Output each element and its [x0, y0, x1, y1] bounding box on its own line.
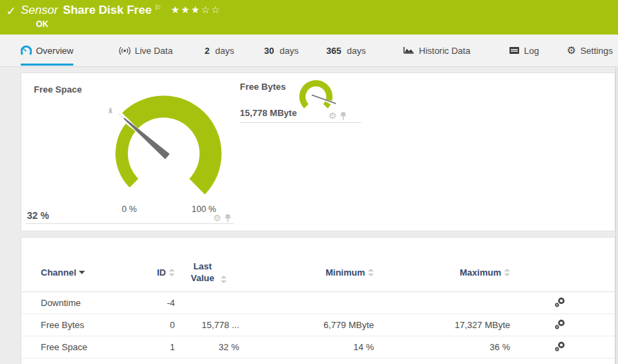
channel-name: Downtime	[41, 298, 131, 308]
channel-settings-icon[interactable]	[554, 319, 565, 330]
tab-365-days[interactable]: 365 days	[326, 35, 366, 66]
gauge-value: 15,778 MByte	[240, 108, 297, 118]
channel-id: 0	[131, 320, 175, 330]
channel-minimum: 14 %	[239, 342, 374, 352]
channel-maximum: 36 %	[374, 342, 510, 352]
channel-table-panel: Channel ID Last Value Minimum Maximum	[21, 237, 615, 364]
tab-overview[interactable]: Overview	[21, 35, 73, 66]
column-header-maximum[interactable]: Maximum	[374, 267, 510, 278]
tab-number: 30	[264, 46, 274, 56]
tab-label: Historic Data	[419, 46, 470, 56]
channel-maximum: 17,327 MByte	[374, 320, 510, 330]
column-header-channel[interactable]: Channel	[41, 267, 131, 278]
prtg-sensor-page: ✓ SensorShare Disk Free⚐★★★☆☆ OK Overvie…	[0, 0, 618, 364]
tab-label: days	[215, 46, 234, 56]
sort-icon	[368, 269, 374, 276]
channel-last-value: 15,778 ...	[175, 320, 239, 330]
gauge-gear-icon[interactable]: ⚙	[328, 111, 337, 121]
tab-label: Overview	[36, 46, 73, 56]
tab-label: days	[347, 46, 366, 56]
free-space-gauge: x̄	[95, 79, 233, 217]
tab-number: 2	[205, 46, 209, 56]
gauge-gear-icon[interactable]: ⚙	[213, 213, 221, 223]
gauge-pin-icon[interactable]	[340, 112, 346, 120]
tab-bar: Overview Live Data 2 days 30 days 365 da…	[0, 35, 618, 67]
historic-data-icon	[403, 46, 415, 55]
tab-label: Live Data	[135, 46, 173, 56]
tab-label: Settings	[580, 46, 612, 56]
average-marker: x̄	[109, 106, 113, 115]
status-check-icon: ✓	[6, 4, 16, 19]
gauge-value: 32 %	[27, 210, 49, 221]
tab-label: days	[279, 46, 298, 56]
table-row-downtime[interactable]: Downtime -4	[21, 292, 615, 314]
gauge-title: Free Space	[34, 84, 82, 95]
channel-name: Free Bytes	[41, 320, 131, 330]
settings-icon: ⚙	[567, 44, 576, 57]
table-row-free-bytes[interactable]: Free Bytes 0 15,778 ... 6,779 MByte 17,3…	[21, 314, 615, 336]
vertical-scrollbar[interactable]	[615, 68, 618, 364]
sort-desc-icon	[79, 271, 85, 274]
gauge-pin-icon[interactable]	[225, 214, 231, 222]
column-header-minimum[interactable]: Minimum	[239, 267, 374, 278]
tab-label: Log	[524, 46, 539, 56]
sort-icon	[169, 269, 175, 276]
sensor-header: ✓ SensorShare Disk Free⚐★★★☆☆ OK	[0, 0, 618, 35]
tab-historic-data[interactable]: Historic Data	[403, 35, 470, 66]
tab-live-data[interactable]: Live Data	[119, 35, 173, 66]
gauge-title: Free Bytes	[240, 82, 285, 92]
priority-stars[interactable]: ★★★☆☆	[171, 4, 221, 15]
gauge-icon	[21, 46, 32, 56]
tab-number: 365	[326, 46, 341, 56]
free-space-gauge-widget: Free Space x̄ 0 % 100 % 32 % ⚙	[26, 77, 234, 224]
sort-icon	[221, 276, 227, 283]
sensor-title: Share Disk Free	[63, 3, 152, 17]
channel-id: -4	[131, 298, 175, 308]
channel-settings-icon[interactable]	[554, 297, 565, 308]
table-header-row: Channel ID Last Value Minimum Maximum	[21, 238, 615, 292]
tab-settings[interactable]: ⚙ Settings	[567, 35, 612, 66]
column-header-last-value[interactable]: Last Value	[175, 261, 239, 285]
channel-id: 1	[131, 342, 175, 352]
table-row-free-space[interactable]: Free Space 1 32 % 14 % 36 %	[21, 336, 615, 358]
free-bytes-gauge-widget: Free Bytes 15,778 MByte ⚙	[240, 80, 362, 123]
gauge-scale-min: 0 %	[115, 204, 143, 214]
channel-name: Free Space	[41, 342, 131, 352]
channel-settings-icon[interactable]	[554, 341, 565, 352]
log-icon	[509, 46, 520, 55]
column-header-id[interactable]: ID	[131, 267, 175, 278]
channel-last-value: 32 %	[175, 342, 239, 352]
overview-panel: Free Space x̄ 0 % 100 % 32 % ⚙	[21, 73, 615, 231]
sort-icon	[504, 269, 510, 276]
tab-2-days[interactable]: 2 days	[205, 35, 234, 66]
status-badge: OK	[36, 19, 48, 29]
channel-minimum: 6,779 MByte	[239, 320, 374, 330]
sensor-kind-label: Sensor	[21, 3, 58, 17]
tab-30-days[interactable]: 30 days	[264, 35, 299, 66]
live-data-icon	[119, 46, 131, 55]
flag-icon[interactable]: ⚐	[154, 3, 161, 12]
tab-log[interactable]: Log	[509, 35, 539, 66]
